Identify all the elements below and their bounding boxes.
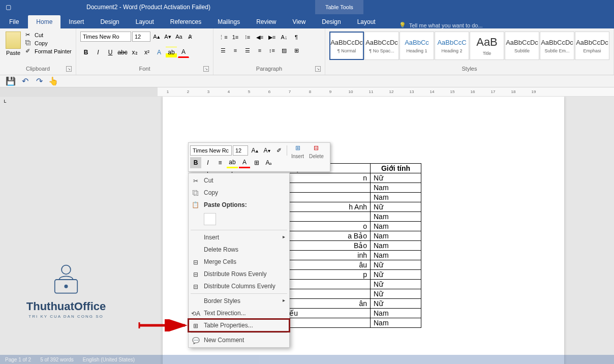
mini-font-color[interactable]: A: [239, 157, 250, 168]
tab-review[interactable]: Review: [248, 15, 284, 28]
mini-grow-font[interactable]: A▴: [249, 145, 260, 156]
strikethrough-button[interactable]: abc: [117, 47, 128, 58]
tab-references[interactable]: References: [162, 15, 209, 28]
align-center-button[interactable]: ≡: [230, 45, 241, 56]
shading-button[interactable]: ▨: [279, 45, 290, 56]
style-item-1[interactable]: AaBbCcDc¶ No Spac...: [364, 32, 399, 60]
show-marks-button[interactable]: ¶: [291, 32, 302, 43]
context-table-properties[interactable]: ⊞Table Properties...: [189, 319, 289, 331]
paste-keep-source[interactable]: [204, 213, 216, 225]
style-item-5[interactable]: AaBbCcDcSubtitle: [505, 32, 539, 60]
cut-button[interactable]: ✂Cut: [25, 32, 72, 39]
context-border-styles[interactable]: Border Styles: [189, 295, 289, 307]
bold-button[interactable]: B: [80, 47, 91, 58]
tab-view[interactable]: View: [285, 15, 314, 28]
sort-button[interactable]: A↓: [279, 32, 290, 43]
bullets-button[interactable]: ⋮≡: [218, 32, 229, 43]
decrease-indent-button[interactable]: ◀≡: [254, 32, 265, 43]
mini-borders[interactable]: ⊞: [251, 157, 262, 168]
mini-delete-button[interactable]: ⊟: [311, 142, 322, 154]
tell-me-search[interactable]: 💡 Tell me what you want to do...: [399, 22, 483, 28]
highlight-button[interactable]: ab: [166, 47, 177, 58]
style-item-6[interactable]: AaBbCcDcSubtle Em...: [540, 32, 574, 60]
ribbon: Paste ✂Cut ⿻Copy ✐Format Painter Clipboa…: [0, 28, 614, 75]
window-title: Document2 - Word (Product Activation Fai…: [86, 4, 210, 11]
underline-button[interactable]: U: [105, 47, 116, 58]
copy-button[interactable]: ⿻Copy: [25, 40, 72, 47]
font-name-combo[interactable]: [80, 32, 131, 42]
clipboard-launcher[interactable]: ↘: [66, 66, 72, 72]
align-left-button[interactable]: ☰: [218, 45, 229, 56]
context-delete-rows[interactable]: Delete Rows: [189, 244, 289, 256]
tab-file[interactable]: File: [0, 15, 28, 28]
style-item-3[interactable]: AaBbCcCHeading 2: [435, 32, 469, 60]
status-words[interactable]: 5 of 392 words: [40, 357, 74, 362]
tab-home[interactable]: Home: [28, 15, 60, 28]
redo-button[interactable]: ↷: [35, 77, 44, 86]
group-label-paragraph: Paragraph↘: [218, 66, 321, 73]
mini-insert-button[interactable]: ⊞: [292, 142, 303, 154]
style-item-7[interactable]: AaBbCcDcEmphasi: [575, 32, 609, 60]
document-area[interactable]: … TRUNG THU 2024 STT Họ tên Giới tính nN…: [10, 97, 614, 364]
title-bar: ▢ Document2 - Word (Product Activation F…: [0, 0, 614, 14]
status-lang[interactable]: English (United States): [83, 357, 135, 362]
tab-mailings[interactable]: Mailings: [209, 15, 248, 28]
tab-design[interactable]: Design: [92, 15, 127, 28]
margin-tab: L: [0, 97, 10, 364]
context-merge-cells[interactable]: ⊟Merge Cells: [189, 256, 289, 268]
mini-align[interactable]: ≡: [214, 157, 226, 168]
style-item-2[interactable]: AaBbCcHeading 1: [400, 32, 434, 60]
line-spacing-button[interactable]: ↕≡: [266, 45, 278, 56]
shrink-font-button[interactable]: A▾: [163, 32, 173, 42]
context-distribute-cols[interactable]: ⊟Distribute Columns Evenly: [189, 280, 289, 292]
touch-mode-button[interactable]: 👆: [49, 77, 58, 86]
change-case-button[interactable]: Aa: [174, 32, 184, 42]
font-size-combo[interactable]: [132, 32, 150, 42]
watermark-title: ThuthuatOffice: [15, 300, 117, 313]
horizontal-ruler[interactable]: 12345678910111213141516171819: [0, 87, 614, 97]
multilevel-button[interactable]: ⁝≡: [242, 32, 253, 43]
mini-highlight[interactable]: ab: [227, 157, 238, 168]
increase-indent-button[interactable]: ▶≡: [266, 32, 278, 43]
align-right-button[interactable]: ☰: [242, 45, 253, 56]
italic-button[interactable]: I: [93, 47, 104, 58]
context-new-comment[interactable]: 💬New Comment: [189, 334, 289, 346]
mini-format-painter[interactable]: ✐: [273, 145, 285, 156]
numbering-button[interactable]: 1≡: [230, 32, 241, 43]
tab-tabletools-layout[interactable]: Layout: [349, 15, 384, 28]
group-label-font: Font↘: [80, 66, 209, 73]
tab-tabletools-design[interactable]: Design: [314, 15, 349, 28]
save-button[interactable]: 💾: [6, 77, 15, 86]
context-distribute-rows[interactable]: ⊟Distribute Rows Evenly: [189, 268, 289, 280]
copy-icon: ⿻: [192, 189, 200, 197]
style-gallery[interactable]: AaBbCcDc¶ NormalAaBbCcDc¶ No Spac...AaBb…: [329, 32, 609, 60]
clear-formatting-button[interactable]: A̷: [185, 32, 195, 42]
mini-shrink-font[interactable]: A▾: [261, 145, 272, 156]
format-painter-button[interactable]: ✐Format Painter: [25, 48, 72, 55]
paste-button[interactable]: Paste: [4, 32, 22, 56]
style-item-0[interactable]: AaBbCcDc¶ Normal: [329, 32, 364, 60]
mini-font-size[interactable]: [233, 145, 248, 156]
font-color-button[interactable]: A: [178, 47, 189, 58]
mini-italic[interactable]: I: [202, 157, 213, 168]
superscript-button[interactable]: x²: [141, 47, 152, 58]
paragraph-launcher[interactable]: ↘: [315, 66, 321, 72]
grow-font-button[interactable]: A▴: [151, 32, 162, 42]
context-text-direction[interactable]: ⟲AText Direction...: [189, 307, 289, 319]
font-launcher[interactable]: ↘: [203, 66, 209, 72]
justify-button[interactable]: ≡: [254, 45, 265, 56]
mini-bold[interactable]: B: [190, 157, 201, 168]
mini-styles[interactable]: Aₐ: [263, 157, 274, 168]
text-effects-button[interactable]: A: [154, 47, 165, 58]
tab-layout[interactable]: Layout: [128, 15, 162, 28]
context-insert[interactable]: Insert: [189, 231, 289, 244]
context-cut[interactable]: ✂Cut: [189, 174, 289, 187]
undo-button[interactable]: ↶: [20, 77, 29, 86]
tab-insert[interactable]: Insert: [60, 15, 92, 28]
style-item-4[interactable]: AaBTitle: [470, 32, 504, 60]
context-copy[interactable]: ⿻Copy: [189, 187, 289, 199]
status-page[interactable]: Page 1 of 2: [5, 357, 31, 362]
borders-button[interactable]: ⊞: [291, 45, 302, 56]
subscript-button[interactable]: x₂: [129, 47, 140, 58]
mini-font-name[interactable]: [190, 145, 232, 156]
